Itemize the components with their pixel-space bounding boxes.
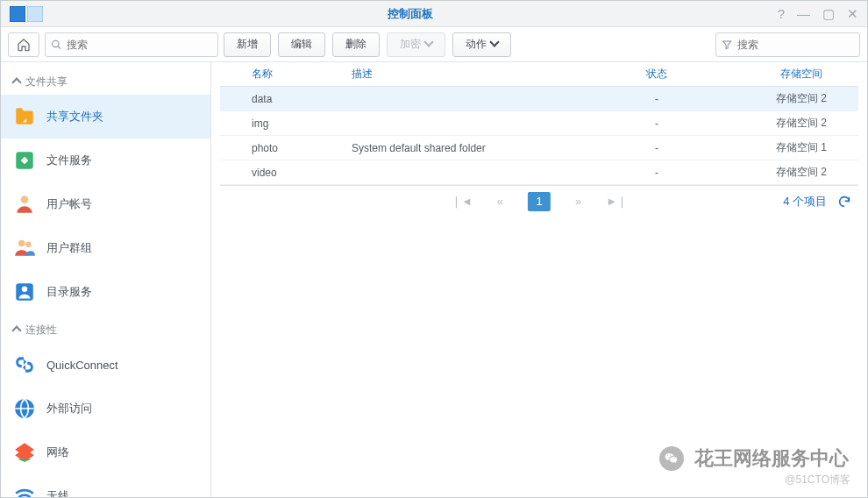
sidebar-item-label: 外部访问: [46, 401, 92, 416]
filter-input[interactable]: [737, 39, 854, 51]
col-status[interactable]: 状态: [569, 67, 744, 82]
cell-name: data: [220, 93, 352, 105]
sidebar-item-label: 文件服务: [46, 153, 92, 168]
file-service-icon: [13, 149, 36, 172]
pager-last[interactable]: ►❘: [606, 195, 627, 208]
window-title: 控制面板: [43, 6, 778, 22]
encrypt-label: 加密: [400, 37, 421, 52]
table-row[interactable]: video-存储空间 2: [220, 160, 858, 185]
sidebar-item-wireless[interactable]: 无线: [1, 474, 210, 497]
refresh-icon[interactable]: [837, 195, 851, 209]
chevron-up-icon: [13, 76, 20, 89]
table-header: 名称 描述 状态 存储空间: [220, 62, 858, 87]
section-label: 连接性: [25, 323, 57, 338]
filter-search[interactable]: [715, 32, 860, 57]
app-icon: [10, 6, 25, 22]
network-icon: [13, 441, 36, 464]
col-name[interactable]: 名称: [220, 67, 352, 82]
sidebar-item-label: 用户群组: [46, 240, 92, 256]
col-storage[interactable]: 存储空间: [744, 67, 858, 82]
user-group-icon: [13, 237, 36, 260]
folder-table: 名称 描述 状态 存储空间 data-存储空间 2img-存储空间 2photo…: [220, 62, 858, 185]
action-button[interactable]: 动作: [452, 32, 511, 57]
home-button[interactable]: [8, 32, 39, 57]
user-account-icon: [13, 193, 36, 216]
table-row[interactable]: data-存储空间 2: [220, 87, 858, 111]
section-connectivity[interactable]: 连接性: [1, 314, 210, 343]
app-icons: [10, 6, 43, 22]
search-icon: [51, 39, 62, 51]
create-label: 新增: [237, 37, 258, 52]
svg-point-7: [22, 287, 28, 293]
cell-desc: System default shared folder: [352, 142, 569, 154]
cell-storage: 存储空间 2: [744, 165, 858, 180]
chevron-up-icon: [13, 324, 20, 337]
sidebar-item-file-service[interactable]: 文件服务: [1, 139, 210, 182]
edit-label: 编辑: [291, 37, 312, 52]
cell-name: video: [220, 167, 352, 179]
search-input[interactable]: [67, 39, 212, 51]
maximize-icon[interactable]: ▢: [822, 6, 835, 22]
filter-icon: [722, 39, 732, 51]
sidebar-item-user-group[interactable]: 用户群组: [1, 226, 210, 270]
col-desc[interactable]: 描述: [352, 67, 569, 82]
main-panel: 名称 描述 状态 存储空间 data-存储空间 2img-存储空间 2photo…: [211, 62, 867, 497]
external-icon: [13, 397, 36, 420]
delete-button[interactable]: 删除: [332, 32, 380, 57]
cell-storage: 存储空间 1: [744, 140, 858, 155]
cell-name: img: [220, 117, 352, 130]
sidebar-item-shared-folder[interactable]: 共享文件夹: [1, 95, 210, 139]
table-row[interactable]: img-存储空间 2: [220, 111, 858, 136]
chevron-down-icon: [491, 39, 498, 51]
cell-status: -: [569, 93, 744, 105]
cell-status: -: [569, 167, 744, 179]
sidebar: 文件共享 共享文件夹 文件服务 用户帐号: [1, 62, 211, 497]
create-button[interactable]: 新增: [224, 32, 271, 57]
delete-label: 删除: [345, 37, 366, 52]
encrypt-button[interactable]: 加密: [387, 32, 445, 57]
svg-point-4: [18, 240, 25, 247]
shared-folder-icon: [13, 105, 36, 128]
pager-current[interactable]: 1: [528, 192, 551, 211]
sidebar-item-network[interactable]: 网络: [1, 430, 210, 474]
minimize-icon[interactable]: —: [797, 6, 810, 22]
directory-icon: [13, 281, 36, 303]
cell-status: -: [569, 117, 744, 130]
edit-button[interactable]: 编辑: [278, 32, 325, 57]
sidebar-item-label: QuickConnect: [46, 359, 118, 372]
sidebar-item-label: 用户帐号: [46, 196, 92, 212]
svg-point-3: [21, 196, 29, 203]
table-row[interactable]: photoSystem default shared folder-存储空间 1: [220, 136, 858, 160]
sidebar-item-label: 无线: [46, 488, 69, 497]
close-icon[interactable]: ✕: [847, 6, 858, 22]
section-file-sharing[interactable]: 文件共享: [1, 66, 210, 95]
help-icon[interactable]: ?: [778, 6, 785, 22]
wireless-icon: [13, 485, 36, 497]
pager-prev[interactable]: «: [497, 195, 503, 208]
sidebar-item-label: 网络: [46, 445, 69, 460]
sidebar-item-quickconnect[interactable]: QuickConnect: [1, 343, 210, 387]
sidebar-item-label: 共享文件夹: [46, 109, 103, 125]
pager-first[interactable]: ❘◄: [452, 195, 473, 208]
home-icon: [17, 38, 31, 52]
sidebar-item-directory[interactable]: 目录服务: [1, 270, 210, 314]
sidebar-search[interactable]: [45, 32, 218, 57]
cell-status: -: [569, 142, 744, 154]
item-count: 4 个项目: [783, 194, 827, 210]
svg-point-5: [25, 241, 32, 247]
svg-point-0: [53, 40, 59, 46]
titlebar: 控制面板 ? — ▢ ✕: [1, 1, 867, 27]
cell-name: photo: [220, 142, 352, 154]
sidebar-item-user-account[interactable]: 用户帐号: [1, 182, 210, 226]
quickconnect-icon: [13, 353, 36, 376]
sidebar-item-label: 目录服务: [46, 284, 92, 300]
cell-storage: 存储空间 2: [744, 91, 858, 106]
chevron-down-icon: [425, 39, 432, 51]
app-icon: [27, 6, 43, 22]
action-label: 动作: [466, 37, 487, 52]
sidebar-item-external[interactable]: 外部访问: [1, 387, 210, 430]
section-label: 文件共享: [25, 75, 68, 89]
svg-line-1: [58, 46, 60, 48]
pager-next[interactable]: »: [575, 195, 581, 208]
cell-storage: 存储空间 2: [744, 116, 858, 131]
